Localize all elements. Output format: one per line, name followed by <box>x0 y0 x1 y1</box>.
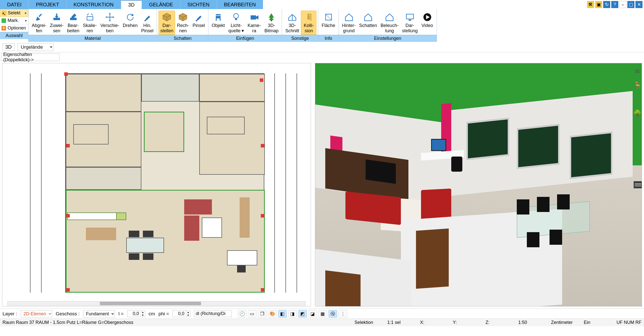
ribbon-group-label-einfuegen: Einfügen <box>208 35 282 42</box>
ribbon-btn-hintergrund[interactable]: Hinter-grund <box>340 11 358 35</box>
person-icon <box>303 12 314 22</box>
maximize-icon[interactable]: ▢ <box>627 1 634 8</box>
pane-2d[interactable] <box>2 63 311 307</box>
status-selektion: Selektion <box>355 320 377 325</box>
layers-icon[interactable]: ≋ <box>632 66 642 76</box>
right-tool-column: ≋ 🪑 🌳 <box>631 66 643 118</box>
phi-label: phi = <box>158 311 169 317</box>
svg-rect-10 <box>251 15 256 20</box>
cube-icon <box>162 12 172 22</box>
plan-outline <box>65 73 264 293</box>
clock-icon[interactable]: 🕘 <box>238 310 246 318</box>
svg-point-8 <box>234 14 239 18</box>
ribbon-btn-pinsel[interactable]: Pinsel <box>191 11 207 35</box>
tab-bearbeiten[interactable]: BEARBEITEN <box>217 0 263 9</box>
ribbon-group-label-einstellungen: Einstellungen <box>339 35 437 42</box>
ribbon-btn-bearbeiten[interactable]: Bear-beiten <box>65 11 81 35</box>
status-y: Y: <box>453 320 475 325</box>
tab-datei[interactable]: DATEI <box>0 0 29 9</box>
tool-selekt[interactable]: ↖ Selekt▾ <box>0 9 28 17</box>
main-tabs: DATEI PROJEKT KONSTRUKTION 3D GELÄNDE SI… <box>0 0 644 9</box>
tree-icon <box>266 12 277 22</box>
chair-icon <box>213 12 223 22</box>
ribbon-btn-darstellen[interactable]: Dar-stellen <box>158 11 175 35</box>
tree-tool-icon[interactable]: 🌳 <box>632 108 642 118</box>
house-light-icon <box>384 12 395 22</box>
help-icon[interactable]: ? <box>611 1 618 8</box>
hscrollbar-2d[interactable] <box>7 301 306 306</box>
ribbon-btn-abgreifen[interactable]: Abgrei-fen <box>30 11 48 35</box>
tab-gelaende[interactable]: GELÄNDE <box>142 0 180 9</box>
tab-sichten[interactable]: SICHTEN <box>180 0 217 9</box>
check-icon <box>2 18 6 23</box>
ribbon-btn-drehen[interactable]: Drehen <box>121 11 139 35</box>
ribbon-btn-kamera[interactable]: Kame-ra <box>246 11 263 35</box>
ribbon-btn-skalieren[interactable]: Skalie-ren <box>81 11 99 35</box>
tool-mark[interactable]: Mark.▾ <box>0 17 28 24</box>
plus-icon: + <box>2 26 6 30</box>
tool-optionen[interactable]: + Optionen <box>0 24 28 32</box>
ribbon-btn-beleuchtung[interactable]: Beleuch-tung <box>379 11 400 35</box>
palette-icon[interactable]: 🎨 <box>268 310 277 318</box>
screen-icon[interactable]: ▭ <box>248 310 256 318</box>
ribbon-btn-hinpinsel[interactable]: Hin.Pinsel <box>139 11 155 35</box>
pane-resize-handle[interactable] <box>634 181 642 188</box>
window-icon[interactable]: ▣ <box>595 1 602 8</box>
ribbon-btn-zuweisen[interactable]: Zuwei-sen <box>48 11 65 35</box>
terrain-select[interactable]: Urgelände <box>18 43 53 51</box>
ribbon-btn-verschieben[interactable]: Verschie-ben <box>99 11 121 35</box>
layer-select[interactable]: 2D-Elemen <box>21 310 52 317</box>
svg-rect-16 <box>406 14 413 19</box>
ribbon-btn-bitmap3d[interactable]: 3D-Bitmap <box>263 11 280 35</box>
ribbon-btn-lichtquelle[interactable]: Licht-quelle ▾ <box>227 11 246 35</box>
floorplan-canvas[interactable] <box>2 63 311 306</box>
length-input[interactable]: ▲▼ <box>127 310 145 317</box>
properties-strip[interactable]: Eigenschaften (Doppelklick)-> <box>1 53 59 61</box>
phi-input[interactable]: ▲▼ <box>173 310 190 317</box>
dl-input[interactable] <box>194 310 232 317</box>
section-icon <box>287 12 298 22</box>
ribbon-btn-schnitt3d[interactable]: 3D-Schnitt <box>283 11 301 35</box>
more-icon[interactable]: ⋮ <box>339 310 347 318</box>
pane-3d[interactable] <box>315 63 642 307</box>
layer2-icon[interactable]: ◨ <box>288 310 297 318</box>
ribbon-btn-darstellung[interactable]: Dar-stellung <box>400 11 420 35</box>
svg-rect-17 <box>409 20 411 21</box>
status-flags: UF NUM RF <box>617 320 641 325</box>
layer4-icon[interactable]: ◪ <box>308 310 317 318</box>
ribbon-btn-rechnen[interactable]: Rech-nen <box>175 11 191 35</box>
monitor-icon <box>405 12 415 22</box>
view3d-canvas[interactable] <box>315 63 642 306</box>
stack-icon[interactable]: ❐ <box>258 310 267 318</box>
rotate-icon <box>125 12 136 22</box>
ribbon-btn-flaeche[interactable]: Fläche <box>320 11 337 35</box>
tools-icon[interactable]: 🛠 <box>587 1 594 8</box>
view-mode-chip[interactable]: 3D <box>3 43 15 51</box>
north-icon[interactable]: Ⓝ <box>329 310 337 318</box>
selection-tools: ↖ Selekt▾ Mark.▾ + Optionen Auswahl <box>0 9 28 42</box>
tab-3d[interactable]: 3D <box>121 0 142 9</box>
layer3-icon[interactable]: ◩ <box>298 310 307 318</box>
ribbon-btn-schatten2[interactable]: Schatten <box>358 11 379 35</box>
grid-icon[interactable]: ▦ <box>318 310 327 318</box>
ribbon-group-label-material: Material <box>28 35 157 42</box>
refresh-icon[interactable]: ↻ <box>603 1 610 8</box>
play-icon <box>422 12 433 22</box>
minimize-icon[interactable]: – <box>619 1 626 8</box>
ribbon-btn-objekt[interactable]: Objekt <box>210 11 227 35</box>
geschoss-select[interactable]: Fundament <box>83 310 115 317</box>
layer1-icon[interactable]: ◧ <box>278 310 287 318</box>
svg-point-12 <box>308 14 310 16</box>
chair-tool-icon[interactable]: 🪑 <box>632 80 642 90</box>
color-palette-icon[interactable] <box>632 94 642 104</box>
svg-rect-4 <box>216 14 221 15</box>
view-subbar: 3D Urgelände <box>0 42 644 52</box>
tab-projekt[interactable]: PROJEKT <box>29 0 66 9</box>
tab-konstruktion[interactable]: KONSTRUKTION <box>67 0 121 9</box>
ribbon-btn-video[interactable]: Video <box>420 11 435 35</box>
status-z: Z: <box>486 320 508 325</box>
ribbon-btn-kollision[interactable]: Kolli-sion <box>301 11 316 35</box>
ribbon-group-schatten: Dar-stellenRech-nenPinselSchatten <box>157 9 208 42</box>
length-label: l = <box>118 311 124 317</box>
close-icon[interactable]: ✕ <box>635 1 642 8</box>
